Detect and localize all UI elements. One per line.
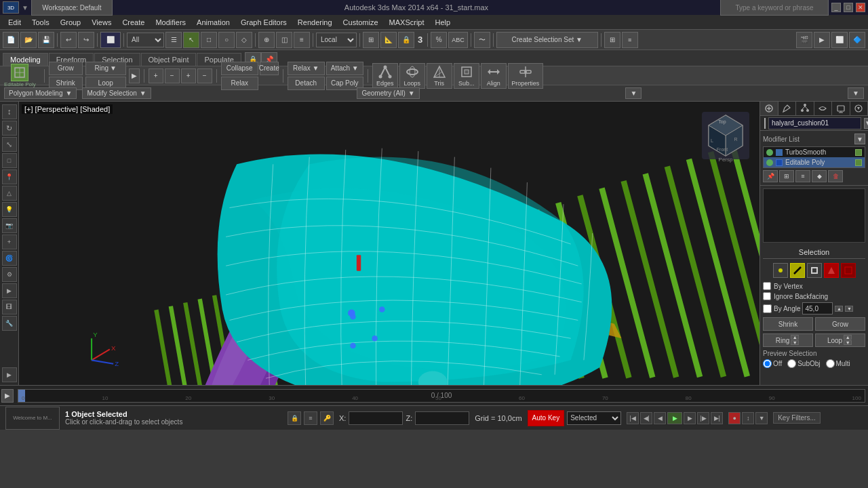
create-selection-set[interactable]: Create Selection Set ▼: [496, 32, 598, 48]
preview-multi-label[interactable]: Multi: [826, 359, 850, 368]
modifier-turbosmooth[interactable]: TurboSmooth: [764, 147, 865, 157]
modifier-editablepoly[interactable]: Editable Poly: [764, 157, 865, 167]
sub-btn[interactable]: Sub...: [454, 63, 479, 89]
open-button[interactable]: 📂: [20, 32, 37, 48]
filter-btn[interactable]: ▼: [755, 412, 768, 424]
element-mode-btn[interactable]: [841, 263, 856, 278]
x-coord[interactable]: [349, 411, 403, 425]
render-btn[interactable]: ▶: [814, 32, 830, 48]
attach-btn[interactable]: Attach ▼: [326, 62, 363, 75]
ring-btn[interactable]: Ring▼: [85, 62, 126, 75]
preview-subobj-label[interactable]: SubObj: [787, 359, 820, 368]
prev-key-btn[interactable]: ◀: [654, 412, 666, 424]
select-by-name[interactable]: ☰: [165, 32, 182, 48]
viewport-expand[interactable]: ▶: [2, 367, 17, 382]
reference-select[interactable]: Local: [316, 33, 357, 47]
go-end-btn[interactable]: ▶|: [711, 412, 723, 424]
go-start-btn[interactable]: |◀: [627, 412, 639, 424]
tris-btn[interactable]: Tris: [427, 63, 452, 89]
menu-help[interactable]: Help: [430, 17, 456, 28]
preview-off-radio[interactable]: [763, 359, 772, 368]
timeline-expand-btn[interactable]: ▶: [1, 389, 14, 403]
minimize-button[interactable]: _: [831, 3, 841, 12]
systems-icon[interactable]: ⚙: [2, 267, 17, 282]
spacewarps-icon[interactable]: 🌀: [2, 251, 17, 266]
detach-btn[interactable]: Detach: [288, 77, 325, 90]
menu-tools[interactable]: Tools: [26, 17, 55, 28]
snap-btn2[interactable]: 📐: [380, 32, 397, 48]
menu-maxscript[interactable]: MAXScript: [384, 17, 430, 28]
preview-off-label[interactable]: Off: [763, 359, 782, 368]
camera-icon[interactable]: 📷: [2, 218, 17, 233]
workspace-select[interactable]: Workspace: Default: [31, 0, 113, 16]
editable-poly-icon[interactable]: [11, 64, 28, 81]
menu-modifiers[interactable]: Modifiers: [150, 17, 191, 28]
select-button[interactable]: ↖: [183, 32, 199, 48]
menu-animation[interactable]: Animation: [191, 17, 235, 28]
rp-tab-display[interactable]: [832, 102, 850, 115]
by-vertex-check[interactable]: [763, 282, 771, 290]
ep-arrow-right[interactable]: ▶: [129, 68, 140, 83]
edge-mode-btn[interactable]: [790, 263, 805, 278]
preview-multi-radio[interactable]: [826, 359, 835, 368]
angle-up-btn[interactable]: ▲: [835, 306, 843, 312]
place-icon[interactable]: 📍: [2, 169, 17, 184]
next-frame-btn[interactable]: |▶: [697, 412, 709, 424]
menu-rendering[interactable]: Rendering: [292, 17, 338, 28]
border-mode-btn[interactable]: [807, 263, 822, 278]
render-icon2[interactable]: 🎞: [2, 300, 17, 314]
play-btn[interactable]: ▶: [667, 412, 682, 424]
geometry-all-btn[interactable]: Geometry (All)▼: [357, 87, 419, 99]
grow-button[interactable]: Grow: [49, 62, 83, 75]
lights-icon[interactable]: 💡: [2, 202, 17, 217]
minus2-icon[interactable]: −: [197, 68, 212, 83]
remove-mod-btn[interactable]: 🗑: [828, 170, 843, 182]
auto-tangent-btn[interactable]: ↕: [742, 412, 754, 424]
new-button[interactable]: 📄: [3, 32, 19, 48]
rp-tab-motion[interactable]: [814, 102, 833, 115]
select-obj-icon[interactable]: □: [2, 153, 17, 168]
rect-select[interactable]: □: [201, 32, 217, 48]
timeline-track[interactable]: 0 / 100 0 10 20 30 40 50 60 70 80 90 100: [18, 389, 865, 403]
undo-button[interactable]: ↩: [60, 32, 77, 48]
ring-btn2[interactable]: Ring ▲ ▼: [763, 333, 813, 347]
select-all[interactable]: ⊕: [258, 32, 275, 48]
render-view-button[interactable]: ⬜: [100, 32, 121, 48]
close-button[interactable]: ✕: [856, 3, 865, 12]
collapse-btn[interactable]: Relax: [221, 77, 258, 90]
fence-select[interactable]: ◇: [236, 32, 252, 48]
extra-btn2[interactable]: ▼: [848, 87, 864, 99]
percent-btn[interactable]: %: [431, 32, 447, 48]
modify-selection-btn[interactable]: Modify Selection▼: [82, 87, 151, 99]
minus-icon[interactable]: −: [165, 68, 180, 83]
menu-customize[interactable]: Customize: [338, 17, 384, 28]
create-btn[interactable]: Collapse: [221, 62, 258, 75]
ignore-backfacing-check[interactable]: [763, 292, 771, 300]
vertex-mode-btn[interactable]: [773, 263, 788, 278]
scene-canvas[interactable]: X Y Z: [19, 102, 760, 385]
shapes-icon[interactable]: △: [2, 186, 17, 201]
shrink-btn2[interactable]: Shrink: [763, 317, 813, 331]
angle-down-btn[interactable]: ▼: [845, 306, 853, 312]
rp-tab-hierarchy[interactable]: [796, 102, 814, 115]
layers-status-icon[interactable]: ≡: [304, 411, 317, 425]
layers-btn[interactable]: ≡: [622, 32, 638, 48]
obj-color-swatch[interactable]: [764, 118, 766, 129]
next-key-btn[interactable]: ▶: [684, 412, 696, 424]
loops-btn[interactable]: Loops: [399, 63, 425, 89]
redo-button[interactable]: ↪: [78, 32, 94, 48]
mirror-button[interactable]: ◫: [276, 32, 292, 48]
show-end-btn[interactable]: ⊞: [779, 170, 794, 182]
circle-select[interactable]: ○: [218, 32, 235, 48]
object-name-input[interactable]: [768, 117, 861, 129]
key-filters-btn[interactable]: Key Filters...: [773, 412, 821, 424]
save-button[interactable]: 💾: [38, 32, 54, 48]
obj-color-btn[interactable]: ▼: [864, 118, 868, 129]
preview-subobj-radio[interactable]: [787, 359, 796, 368]
modifier-list-expand[interactable]: ▼: [854, 134, 865, 144]
plus2-icon[interactable]: +: [181, 68, 196, 83]
angle-value-input[interactable]: [802, 302, 833, 314]
loop-btn2[interactable]: Loop ▲ ▼: [815, 333, 865, 347]
anim-icon[interactable]: ▶: [2, 283, 17, 298]
snap-btn1[interactable]: ⊞: [363, 32, 379, 48]
